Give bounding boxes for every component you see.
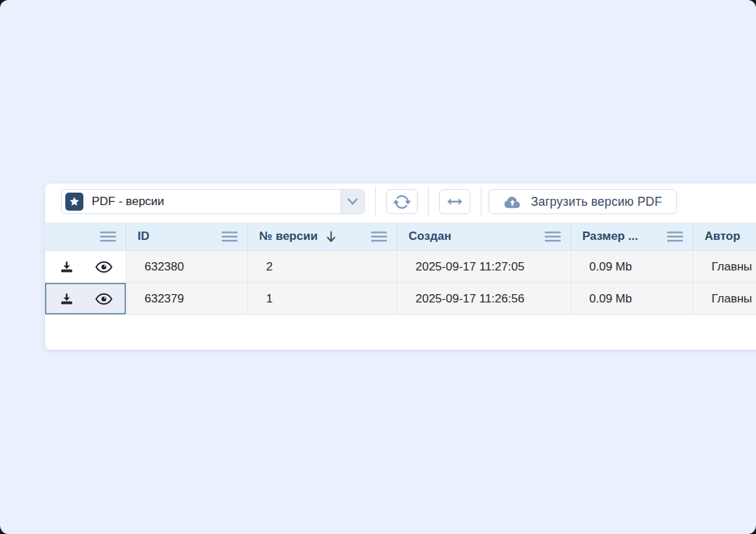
- screen: PDF - версии: [0, 0, 756, 534]
- star-icon: [65, 193, 83, 211]
- author-cell: Главны: [693, 251, 756, 282]
- column-label: Создан: [409, 229, 451, 243]
- upload-button-label: Загрузить версию PDF: [531, 195, 662, 209]
- toolbar-divider: [375, 186, 376, 217]
- toolbar-divider: [428, 186, 429, 217]
- download-button[interactable]: [59, 259, 74, 275]
- report-select[interactable]: PDF - версии: [61, 189, 365, 214]
- table-header-row: ID № версии Создан: [45, 222, 756, 251]
- view-button[interactable]: [95, 293, 113, 305]
- column-label: Автор: [705, 229, 740, 243]
- arrow-down-icon: [326, 231, 336, 243]
- download-button[interactable]: [59, 291, 74, 307]
- version-cell: 1: [248, 283, 397, 314]
- size-cell: 0.09 Mb: [571, 251, 693, 282]
- header-cell-size[interactable]: Размер ...: [571, 222, 693, 250]
- hamburger-icon[interactable]: [538, 232, 561, 242]
- author-cell: Главны: [693, 283, 756, 314]
- version-cell: 2: [248, 251, 397, 282]
- actions-cell-focused[interactable]: [45, 283, 126, 314]
- cloud-upload-icon: [503, 195, 522, 209]
- actions-cell: [45, 251, 126, 282]
- toolbar: PDF - версии: [61, 189, 756, 214]
- view-button[interactable]: [95, 261, 113, 273]
- toolbar-divider: [481, 186, 482, 217]
- header-cell-version[interactable]: № версии: [248, 222, 397, 250]
- report-select-value: PDF - версии: [83, 195, 340, 209]
- hamburger-icon[interactable]: [215, 232, 238, 242]
- table-row: 632380 2 2025-09-17 11:27:05 0.09 Mb Гла…: [45, 251, 756, 283]
- column-label: ID: [138, 229, 149, 243]
- pdf-versions-panel: PDF - версии: [45, 184, 756, 350]
- created-cell: 2025-09-17 11:26:56: [397, 283, 571, 314]
- id-cell: 632379: [126, 283, 248, 314]
- chevron-down-icon[interactable]: [340, 190, 364, 213]
- horizontal-arrows-icon: [447, 197, 463, 207]
- upload-pdf-version-button[interactable]: Загрузить версию PDF: [488, 189, 677, 214]
- created-cell: 2025-09-17 11:27:05: [397, 251, 571, 282]
- hamburger-icon[interactable]: [660, 232, 683, 242]
- header-cell-actions: [45, 222, 126, 250]
- table-row: 632379 1 2025-09-17 11:26:56 0.09 Mb Гла…: [45, 283, 756, 315]
- fit-columns-button[interactable]: [439, 189, 470, 214]
- header-cell-author[interactable]: Автор: [693, 222, 756, 250]
- eye-icon: [95, 293, 113, 305]
- id-cell: 632380: [126, 251, 248, 282]
- column-label: № версии: [259, 229, 318, 243]
- column-label: Размер ...: [582, 229, 638, 243]
- header-cell-created[interactable]: Создан: [397, 222, 571, 250]
- refresh-icon: [393, 193, 411, 211]
- refresh-button[interactable]: [386, 189, 418, 214]
- header-cell-id[interactable]: ID: [126, 222, 248, 250]
- eye-icon: [95, 261, 113, 273]
- size-cell: 0.09 Mb: [571, 283, 693, 314]
- hamburger-icon[interactable]: [364, 232, 387, 242]
- versions-table: ID № версии Создан: [45, 222, 756, 315]
- download-icon: [59, 291, 74, 307]
- hamburger-icon[interactable]: [93, 232, 116, 242]
- download-icon: [59, 259, 74, 275]
